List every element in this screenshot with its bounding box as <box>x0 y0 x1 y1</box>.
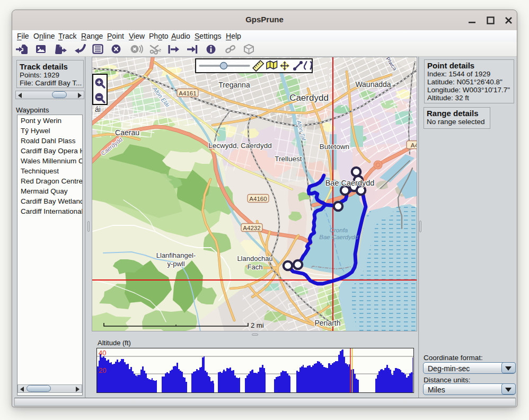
svg-text:2 mi: 2 mi <box>251 321 264 329</box>
svg-text:A42: A42 <box>411 142 417 148</box>
svg-text:Llanfihangel-: Llanfihangel- <box>156 251 196 259</box>
svg-text:Lecwydd, Caerdydd: Lecwydd, Caerdydd <box>208 142 271 150</box>
svg-text:Caerdydd: Caerdydd <box>289 93 329 103</box>
svg-text:Cronfa: Cronfa <box>330 227 348 233</box>
svg-text:Fach: Fach <box>248 263 263 271</box>
svg-text:20: 20 <box>99 366 106 374</box>
svg-text:A4161: A4161 <box>179 90 196 97</box>
svg-text:Waunadda: Waunadda <box>355 80 391 89</box>
svg-text:Caerau: Caerau <box>115 128 139 137</box>
svg-text:ái: ái <box>95 105 101 113</box>
svg-text:Trelluest: Trelluest <box>275 155 302 163</box>
svg-text:40: 40 <box>99 349 106 357</box>
svg-text:Penarth: Penarth <box>314 319 340 327</box>
svg-text:Bae Caerdydd: Bae Caerdydd <box>325 179 375 187</box>
svg-text:A4160: A4160 <box>249 196 267 202</box>
svg-text:Bae Caerdydd: Bae Caerdydd <box>319 234 358 240</box>
svg-text:Treganna: Treganna <box>218 81 250 89</box>
svg-text:Butetown: Butetown <box>320 143 349 151</box>
svg-text:Llandochau: Llandochau <box>237 255 272 262</box>
svg-text:A4232: A4232 <box>243 225 260 231</box>
svg-text:y-pwll: y-pwll <box>167 260 184 268</box>
